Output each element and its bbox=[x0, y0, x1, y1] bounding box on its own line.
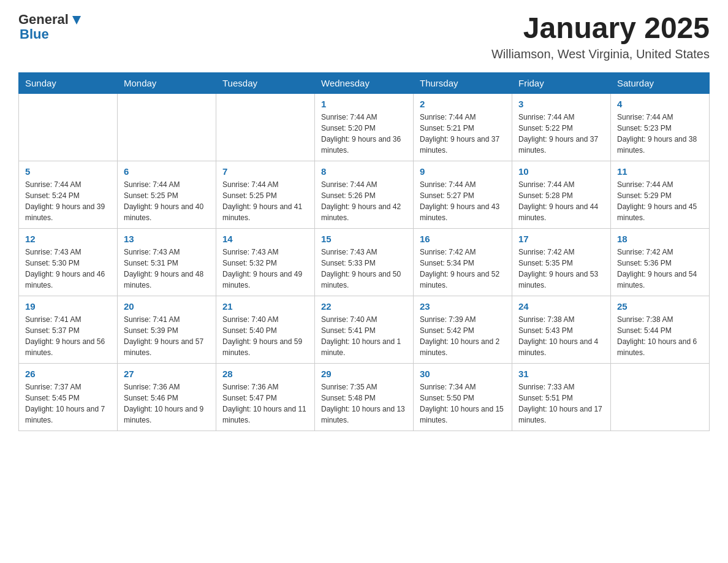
title-section: January 2025 Williamson, West Virginia, … bbox=[491, 12, 710, 61]
day-info: Sunrise: 7:44 AM Sunset: 5:21 PM Dayligh… bbox=[420, 112, 506, 156]
day-info: Sunrise: 7:44 AM Sunset: 5:25 PM Dayligh… bbox=[124, 179, 210, 223]
calendar-cell: 13Sunrise: 7:43 AM Sunset: 5:31 PM Dayli… bbox=[118, 228, 216, 296]
calendar-cell: 27Sunrise: 7:36 AM Sunset: 5:46 PM Dayli… bbox=[118, 363, 216, 431]
day-number: 25 bbox=[617, 301, 703, 312]
day-info: Sunrise: 7:44 AM Sunset: 5:27 PM Dayligh… bbox=[420, 179, 506, 223]
day-info: Sunrise: 7:38 AM Sunset: 5:43 PM Dayligh… bbox=[518, 314, 604, 358]
day-info: Sunrise: 7:43 AM Sunset: 5:30 PM Dayligh… bbox=[25, 247, 111, 291]
day-info: Sunrise: 7:44 AM Sunset: 5:26 PM Dayligh… bbox=[321, 179, 407, 223]
header-day-saturday: Saturday bbox=[611, 72, 710, 93]
day-info: Sunrise: 7:44 AM Sunset: 5:29 PM Dayligh… bbox=[617, 179, 703, 223]
week-row-4: 19Sunrise: 7:41 AM Sunset: 5:37 PM Dayli… bbox=[19, 296, 710, 363]
calendar-cell: 10Sunrise: 7:44 AM Sunset: 5:28 PM Dayli… bbox=[512, 161, 611, 228]
week-row-5: 26Sunrise: 7:37 AM Sunset: 5:45 PM Dayli… bbox=[19, 363, 710, 431]
calendar-cell: 20Sunrise: 7:41 AM Sunset: 5:39 PM Dayli… bbox=[118, 296, 216, 363]
day-number: 21 bbox=[222, 301, 308, 312]
calendar-cell: 28Sunrise: 7:36 AM Sunset: 5:47 PM Dayli… bbox=[216, 363, 315, 431]
header-row: SundayMondayTuesdayWednesdayThursdayFrid… bbox=[19, 72, 710, 93]
calendar-cell: 18Sunrise: 7:42 AM Sunset: 5:36 PM Dayli… bbox=[611, 228, 710, 296]
calendar-cell: 7Sunrise: 7:44 AM Sunset: 5:25 PM Daylig… bbox=[216, 161, 315, 228]
calendar-table: SundayMondayTuesdayWednesdayThursdayFrid… bbox=[18, 72, 710, 431]
calendar-title: January 2025 bbox=[491, 12, 710, 45]
day-info: Sunrise: 7:41 AM Sunset: 5:39 PM Dayligh… bbox=[124, 314, 210, 358]
day-info: Sunrise: 7:42 AM Sunset: 5:34 PM Dayligh… bbox=[420, 247, 506, 291]
logo: General Blue bbox=[18, 12, 83, 42]
header-day-sunday: Sunday bbox=[19, 72, 118, 93]
calendar-cell bbox=[611, 363, 710, 431]
day-number: 13 bbox=[124, 234, 210, 244]
header-day-friday: Friday bbox=[512, 72, 611, 93]
day-number: 12 bbox=[25, 234, 111, 244]
day-info: Sunrise: 7:44 AM Sunset: 5:25 PM Dayligh… bbox=[222, 179, 308, 223]
day-info: Sunrise: 7:41 AM Sunset: 5:37 PM Dayligh… bbox=[25, 314, 111, 358]
logo-arrow-icon bbox=[70, 13, 83, 27]
day-number: 1 bbox=[321, 99, 407, 109]
calendar-cell: 17Sunrise: 7:42 AM Sunset: 5:35 PM Dayli… bbox=[512, 228, 611, 296]
day-info: Sunrise: 7:44 AM Sunset: 5:23 PM Dayligh… bbox=[617, 112, 703, 156]
day-number: 17 bbox=[518, 234, 604, 244]
calendar-cell: 30Sunrise: 7:34 AM Sunset: 5:50 PM Dayli… bbox=[414, 363, 512, 431]
day-number: 30 bbox=[420, 369, 506, 379]
day-number: 16 bbox=[420, 234, 506, 244]
svg-marker-0 bbox=[72, 16, 81, 25]
logo-text-blue: Blue bbox=[20, 27, 83, 42]
calendar-cell: 29Sunrise: 7:35 AM Sunset: 5:48 PM Dayli… bbox=[315, 363, 414, 431]
day-number: 11 bbox=[617, 166, 703, 177]
day-info: Sunrise: 7:40 AM Sunset: 5:41 PM Dayligh… bbox=[321, 314, 407, 358]
day-info: Sunrise: 7:34 AM Sunset: 5:50 PM Dayligh… bbox=[420, 381, 506, 426]
calendar-cell bbox=[216, 93, 315, 161]
calendar-cell: 23Sunrise: 7:39 AM Sunset: 5:42 PM Dayli… bbox=[414, 296, 512, 363]
day-number: 23 bbox=[420, 301, 506, 312]
calendar-cell: 4Sunrise: 7:44 AM Sunset: 5:23 PM Daylig… bbox=[611, 93, 710, 161]
day-number: 8 bbox=[321, 166, 407, 177]
page-header: General Blue January 2025 Williamson, We… bbox=[18, 12, 710, 61]
day-info: Sunrise: 7:44 AM Sunset: 5:20 PM Dayligh… bbox=[321, 112, 407, 156]
day-number: 29 bbox=[321, 369, 407, 379]
calendar-cell: 5Sunrise: 7:44 AM Sunset: 5:24 PM Daylig… bbox=[19, 161, 118, 228]
calendar-cell: 1Sunrise: 7:44 AM Sunset: 5:20 PM Daylig… bbox=[315, 93, 414, 161]
logo-text-general: General bbox=[18, 12, 69, 27]
calendar-subtitle: Williamson, West Virginia, United States bbox=[491, 47, 710, 61]
day-info: Sunrise: 7:44 AM Sunset: 5:28 PM Dayligh… bbox=[518, 179, 604, 223]
header-day-thursday: Thursday bbox=[414, 72, 512, 93]
calendar-cell: 26Sunrise: 7:37 AM Sunset: 5:45 PM Dayli… bbox=[19, 363, 118, 431]
day-info: Sunrise: 7:33 AM Sunset: 5:51 PM Dayligh… bbox=[518, 381, 604, 426]
header-day-wednesday: Wednesday bbox=[315, 72, 414, 93]
calendar-cell: 19Sunrise: 7:41 AM Sunset: 5:37 PM Dayli… bbox=[19, 296, 118, 363]
day-number: 28 bbox=[222, 369, 308, 379]
day-number: 6 bbox=[124, 166, 210, 177]
day-number: 10 bbox=[518, 166, 604, 177]
calendar-cell bbox=[118, 93, 216, 161]
day-info: Sunrise: 7:40 AM Sunset: 5:40 PM Dayligh… bbox=[222, 314, 308, 358]
calendar-cell: 24Sunrise: 7:38 AM Sunset: 5:43 PM Dayli… bbox=[512, 296, 611, 363]
day-number: 4 bbox=[617, 99, 703, 109]
week-row-3: 12Sunrise: 7:43 AM Sunset: 5:30 PM Dayli… bbox=[19, 228, 710, 296]
week-row-1: 1Sunrise: 7:44 AM Sunset: 5:20 PM Daylig… bbox=[19, 93, 710, 161]
week-row-2: 5Sunrise: 7:44 AM Sunset: 5:24 PM Daylig… bbox=[19, 161, 710, 228]
calendar-cell: 2Sunrise: 7:44 AM Sunset: 5:21 PM Daylig… bbox=[414, 93, 512, 161]
day-info: Sunrise: 7:43 AM Sunset: 5:33 PM Dayligh… bbox=[321, 247, 407, 291]
calendar-cell: 31Sunrise: 7:33 AM Sunset: 5:51 PM Dayli… bbox=[512, 363, 611, 431]
header-day-tuesday: Tuesday bbox=[216, 72, 315, 93]
day-number: 9 bbox=[420, 166, 506, 177]
calendar-cell: 12Sunrise: 7:43 AM Sunset: 5:30 PM Dayli… bbox=[19, 228, 118, 296]
day-number: 3 bbox=[518, 99, 604, 109]
calendar-cell: 21Sunrise: 7:40 AM Sunset: 5:40 PM Dayli… bbox=[216, 296, 315, 363]
calendar-cell: 6Sunrise: 7:44 AM Sunset: 5:25 PM Daylig… bbox=[118, 161, 216, 228]
day-info: Sunrise: 7:44 AM Sunset: 5:22 PM Dayligh… bbox=[518, 112, 604, 156]
day-info: Sunrise: 7:42 AM Sunset: 5:35 PM Dayligh… bbox=[518, 247, 604, 291]
day-number: 18 bbox=[617, 234, 703, 244]
day-info: Sunrise: 7:39 AM Sunset: 5:42 PM Dayligh… bbox=[420, 314, 506, 358]
calendar-cell: 25Sunrise: 7:38 AM Sunset: 5:44 PM Dayli… bbox=[611, 296, 710, 363]
day-number: 19 bbox=[25, 301, 111, 312]
day-number: 26 bbox=[25, 369, 111, 379]
day-info: Sunrise: 7:43 AM Sunset: 5:32 PM Dayligh… bbox=[222, 247, 308, 291]
calendar-cell: 22Sunrise: 7:40 AM Sunset: 5:41 PM Dayli… bbox=[315, 296, 414, 363]
day-number: 24 bbox=[518, 301, 604, 312]
calendar-cell bbox=[19, 93, 118, 161]
calendar-cell: 9Sunrise: 7:44 AM Sunset: 5:27 PM Daylig… bbox=[414, 161, 512, 228]
day-number: 15 bbox=[321, 234, 407, 244]
day-info: Sunrise: 7:42 AM Sunset: 5:36 PM Dayligh… bbox=[617, 247, 703, 291]
day-info: Sunrise: 7:36 AM Sunset: 5:47 PM Dayligh… bbox=[222, 381, 308, 426]
header-day-monday: Monday bbox=[118, 72, 216, 93]
